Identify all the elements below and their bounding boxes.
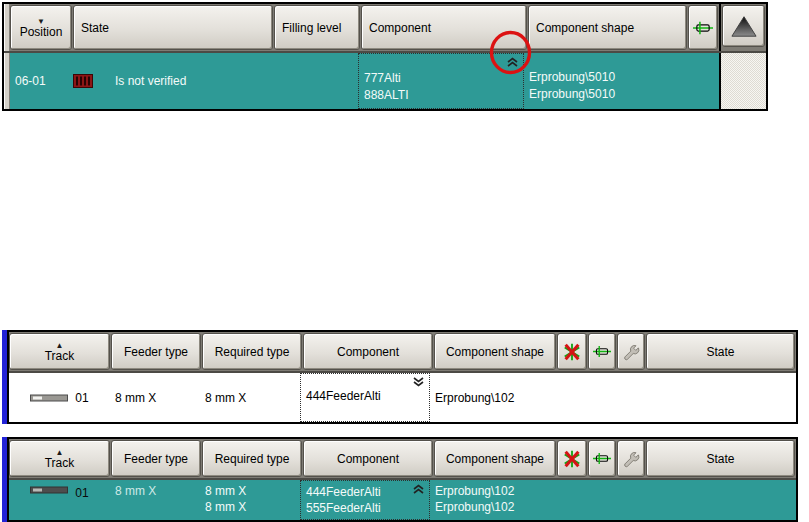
collapse-chevron-icon[interactable] (506, 57, 519, 67)
feeder-icon (593, 342, 611, 361)
delete-feeder-icon (562, 341, 582, 363)
column-header-track[interactable]: ▲ Track (9, 333, 110, 370)
feeder-bar-icon (30, 393, 70, 403)
column-header-state[interactable]: State (73, 5, 273, 50)
cell-component-shape: Erprobung\5010 Erprobung\5010 (524, 53, 683, 109)
shape-line: Erprobung\5010 (529, 86, 683, 103)
cell-component-shape: Erprobung\102 (430, 373, 552, 422)
cell-feeder-type: 8 mm X (110, 480, 200, 520)
cell-spacer (610, 480, 638, 520)
feeder-table-header: ▲ Track Feeder type Required type Compon… (9, 439, 796, 480)
barcode-icon (73, 74, 93, 88)
column-header-filling-level[interactable]: Filling level (274, 5, 360, 50)
pickup-table-row-selected[interactable]: 06-01 Is not verified 777Alti 888ALT (10, 53, 719, 109)
cell-state (638, 373, 796, 422)
shape-line: Erprobung\5010 (529, 69, 683, 86)
cell-spacer (610, 373, 638, 422)
column-header-component[interactable]: Component (303, 333, 433, 370)
component-line: 888ALTI (364, 87, 523, 104)
feeder-icon (693, 18, 713, 38)
column-header-feeder-type[interactable]: Feeder type (111, 333, 201, 370)
scroll-up-icon (729, 13, 759, 39)
column-header-required-type[interactable]: Required type (202, 333, 302, 370)
cell-spacer (582, 480, 610, 520)
cell-component[interactable]: 444FeederAlti (300, 373, 430, 422)
cell-spacer (552, 480, 582, 520)
column-header-track[interactable]: ▲ Track (9, 440, 110, 477)
column-header-component-shape[interactable]: Component shape (434, 440, 556, 477)
cell-required-type: 8 mm X 8 mm X (200, 480, 300, 520)
scrollbar-track[interactable] (719, 53, 766, 109)
wrench-icon (622, 448, 640, 470)
column-header-feeder-type[interactable]: Feeder type (111, 440, 201, 477)
scrollbar-top (719, 4, 766, 51)
expand-chevron-icon[interactable] (412, 377, 425, 387)
pickup-position-table: ▼ Position State Filling level Component… (2, 2, 766, 111)
delete-feeder-button[interactable] (557, 333, 587, 370)
column-header-position[interactable]: ▼ Position (10, 5, 72, 50)
cell-component-shape: Erprobung\102 Erprobung\102 (430, 480, 552, 520)
pickup-table-header: ▼ Position State Filling level Component… (4, 4, 766, 53)
collapse-chevron-icon[interactable] (412, 484, 425, 494)
delete-feeder-button[interactable] (557, 440, 587, 477)
setup-button[interactable] (617, 333, 645, 370)
feeder-table-collapsed: ▲ Track Feeder type Required type Compon… (2, 330, 798, 424)
feeder-table-expanded-selected: ▲ Track Feeder type Required type Compon… (2, 437, 798, 522)
cell-component[interactable]: 444FeederAlti 555FeederAlti (300, 480, 430, 520)
feeder-view-button[interactable] (588, 333, 616, 370)
cell-required-type: 8 mm X (200, 373, 300, 422)
scroll-up-button[interactable] (722, 5, 765, 47)
cell-spacer (552, 373, 582, 422)
cell-spacer (582, 373, 610, 422)
column-header-component-shape[interactable]: Component shape (434, 333, 556, 370)
column-header-required-type[interactable]: Required type (202, 440, 302, 477)
component-line: 777Alti (364, 70, 523, 87)
wrench-icon (622, 341, 640, 363)
column-header-component[interactable]: Component (303, 440, 433, 477)
column-header-component[interactable]: Component (361, 5, 527, 50)
setup-button[interactable] (617, 440, 645, 477)
feeder-table-row[interactable]: 01 8 mm X 8 mm X 444FeederAlti Erprobung… (9, 373, 796, 422)
feeder-icon (593, 449, 611, 468)
cell-component[interactable]: 777Alti 888ALTI (358, 53, 524, 109)
column-header-component-shape[interactable]: Component shape (528, 5, 687, 50)
cell-filling-level (272, 53, 358, 109)
cell-position: 06-01 (10, 53, 72, 109)
feeder-view-button[interactable] (688, 5, 718, 50)
feeder-view-button[interactable] (588, 440, 616, 477)
state-label: Is not verified (115, 74, 186, 88)
cell-track: 01 (9, 480, 110, 520)
cell-state (638, 480, 796, 520)
cell-extra (683, 53, 713, 109)
column-header-state[interactable]: State (646, 333, 795, 370)
cell-feeder-type: 8 mm X (110, 373, 200, 422)
cell-track: 01 (9, 373, 110, 422)
feeder-table-row-selected[interactable]: 01 8 mm X 8 mm X 8 mm X 444FeederAlti 55… (9, 480, 796, 520)
column-header-state[interactable]: State (646, 440, 795, 477)
feeder-table-header: ▲ Track Feeder type Required type Compon… (9, 332, 796, 373)
cell-state: Is not verified (72, 53, 272, 109)
delete-feeder-icon (562, 448, 582, 470)
feeder-bar-icon (30, 485, 70, 495)
